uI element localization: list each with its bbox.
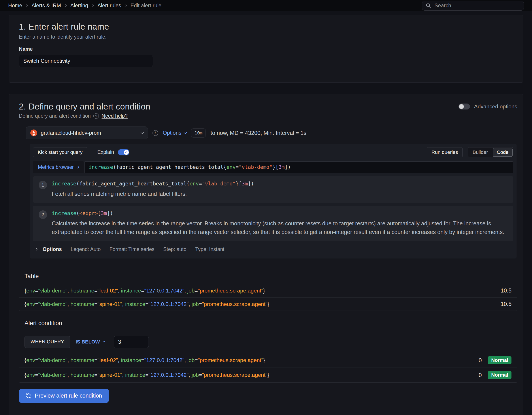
series-row: {env="vlab-demo", hostname="leaf-02", in… xyxy=(19,353,517,368)
code-tab[interactable]: Code xyxy=(493,148,513,157)
breadcrumb-alert-rules[interactable]: Alert rules xyxy=(98,2,121,9)
chevron-right-icon xyxy=(26,4,28,7)
breadcrumb-current: Edit alert rule xyxy=(131,2,161,9)
chevron-right-icon xyxy=(35,248,38,251)
query-options-row[interactable]: Options Legend: Auto Format: Time series… xyxy=(33,244,513,255)
chevron-down-icon xyxy=(184,131,187,134)
legend-setting: Legend: Auto xyxy=(71,246,101,252)
series-labels: {env="vlab-demo", hostname="leaf-02", in… xyxy=(25,357,265,363)
table-panel: Table {env="vlab-demo", hostname="leaf-0… xyxy=(19,269,517,311)
info-circle-icon[interactable]: i xyxy=(152,130,158,136)
chevron-right-icon xyxy=(91,4,94,7)
prometheus-icon xyxy=(30,129,38,137)
explain-label: Explain xyxy=(97,149,114,155)
explain-toggle[interactable] xyxy=(118,149,129,155)
step2-panel: 2. Define query and alert condition Adva… xyxy=(9,94,523,415)
query-code-input[interactable]: increase(fabric_agent_agent_heartbeats_t… xyxy=(84,161,513,173)
format-setting: Format: Time series xyxy=(109,246,154,252)
query-row: Metrics browser increase(fabric_agent_ag… xyxy=(33,161,513,173)
series-value: 10.5 xyxy=(501,287,512,294)
datasource-name: grafanacloud-hhdev-prom xyxy=(41,130,138,136)
advanced-options-label: Advanced options xyxy=(474,104,517,110)
query-options-toggle[interactable]: Options xyxy=(163,130,187,136)
when-query-button[interactable]: WHEN QUERY xyxy=(25,336,70,348)
series-labels: {env="vlab-demo", hostname="spine-01", i… xyxy=(25,301,269,307)
name-label: Name xyxy=(19,46,513,52)
rule-name-input[interactable] xyxy=(19,55,153,67)
table-panel-title: Table xyxy=(19,269,517,284)
chevron-right-icon xyxy=(124,4,127,7)
preview-alert-button[interactable]: Preview alert rule condition xyxy=(19,389,109,403)
threshold-input[interactable] xyxy=(114,336,149,348)
query-options-label: Options xyxy=(163,130,181,136)
toggle-knob xyxy=(459,104,464,109)
series-value: 0 xyxy=(479,357,482,364)
run-queries-button[interactable]: Run queries xyxy=(427,147,463,157)
metrics-browser-label: Metrics browser xyxy=(38,164,74,170)
state-badge: Normal xyxy=(488,371,512,379)
time-range-badge[interactable]: 10m xyxy=(191,129,206,138)
breadcrumb-alerts-irm[interactable]: Alerts & IRM xyxy=(32,2,61,9)
condition-operator-select[interactable]: IS BELOW xyxy=(76,339,105,345)
step1-subtitle: Enter a name to identify your alert rule… xyxy=(19,34,513,40)
breadcrumb: Home Alerts & IRM Alerting Alert rules E… xyxy=(8,2,161,9)
datasource-row: grafanacloud-hhdev-prom i Options 10m to… xyxy=(26,126,517,139)
explain-item-2: 2 increase(<expr>[3m]) Calculates the in… xyxy=(33,206,513,241)
step2-subtitle: Define query and alert condition xyxy=(19,113,91,119)
kick-start-button[interactable]: Kick start your query xyxy=(33,147,87,157)
explain-control: Explain xyxy=(97,149,129,155)
builder-tab[interactable]: Builder xyxy=(468,147,492,157)
condition-rows: {env="vlab-demo", hostname="leaf-02", in… xyxy=(19,353,517,382)
advanced-options-toggle[interactable] xyxy=(458,104,470,110)
datasource-picker[interactable]: grafanacloud-hhdev-prom xyxy=(26,126,148,139)
time-range-text: to now, MD = 43200, Min. Interval = 1s xyxy=(211,130,306,136)
series-row: {env="vlab-demo", hostname="leaf-02", in… xyxy=(19,284,517,297)
alert-condition-panel: Alert condition WHEN QUERY IS BELOW {env… xyxy=(19,316,517,383)
chevron-right-icon xyxy=(76,166,79,169)
query-editor: Kick start your query Explain Run querie… xyxy=(30,144,517,258)
series-value: 10.5 xyxy=(501,301,512,307)
search-box[interactable] xyxy=(422,1,524,11)
series-row: {env="vlab-demo", hostname="spine-01", i… xyxy=(19,368,517,382)
series-value: 0 xyxy=(479,372,482,378)
editor-mode-switch: Builder Code xyxy=(468,147,513,157)
page: Home Alerts & IRM Alerting Alert rules E… xyxy=(0,0,532,415)
need-help-link[interactable]: Need help? xyxy=(102,113,128,119)
series-labels: {env="vlab-demo", hostname="leaf-02", in… xyxy=(25,288,265,294)
explain-code: increase(<expr>[3m]) xyxy=(52,210,508,216)
chevron-down-icon xyxy=(141,131,144,134)
toggle-knob xyxy=(124,150,129,155)
explain-step-number: 2 xyxy=(39,210,47,219)
chevron-down-icon xyxy=(102,340,105,343)
search-icon xyxy=(426,3,431,8)
breadcrumb-home[interactable]: Home xyxy=(8,2,22,9)
explain-text: Calculates the increase in the time seri… xyxy=(52,219,508,237)
editor-toolbar: Kick start your query Explain Run querie… xyxy=(33,147,513,157)
explain-item-1: 1 increase(fabric_agent_agent_heartbeats… xyxy=(33,176,513,203)
advanced-options: Advanced options xyxy=(458,104,517,110)
preview-alert-label: Preview alert rule condition xyxy=(35,393,102,399)
search-input[interactable] xyxy=(434,2,520,9)
type-setting: Type: Instant xyxy=(195,246,225,252)
explain-text: Fetch all series matching metric name an… xyxy=(52,190,508,198)
explain-step-number: 1 xyxy=(39,181,47,189)
options-row-label: Options xyxy=(43,246,62,252)
chevron-right-icon xyxy=(64,4,67,7)
table-rows: {env="vlab-demo", hostname="leaf-02", in… xyxy=(19,284,517,311)
step-setting: Step: auto xyxy=(163,246,186,252)
series-row: {env="vlab-demo", hostname="spine-01", i… xyxy=(19,297,517,311)
condition-operator-label: IS BELOW xyxy=(76,339,100,345)
step1-title: 1. Enter alert rule name xyxy=(19,22,513,32)
step1-panel: 1. Enter alert rule name Enter a name to… xyxy=(9,15,523,83)
help-circle-icon[interactable]: ? xyxy=(93,113,99,119)
refresh-icon xyxy=(26,393,31,399)
breadcrumb-alerting[interactable]: Alerting xyxy=(70,2,88,9)
state-badge: Normal xyxy=(488,356,512,364)
step2-title: 2. Define query and alert condition xyxy=(19,102,151,112)
metrics-browser-button[interactable]: Metrics browser xyxy=(33,161,84,173)
series-labels: {env="vlab-demo", hostname="spine-01", i… xyxy=(25,372,269,378)
explain-code: increase(fabric_agent_agent_heartbeats_t… xyxy=(52,181,508,187)
top-bar: Home Alerts & IRM Alerting Alert rules E… xyxy=(0,0,532,11)
condition-controls: WHEN QUERY IS BELOW xyxy=(19,331,517,353)
alert-condition-title: Alert condition xyxy=(19,316,517,331)
